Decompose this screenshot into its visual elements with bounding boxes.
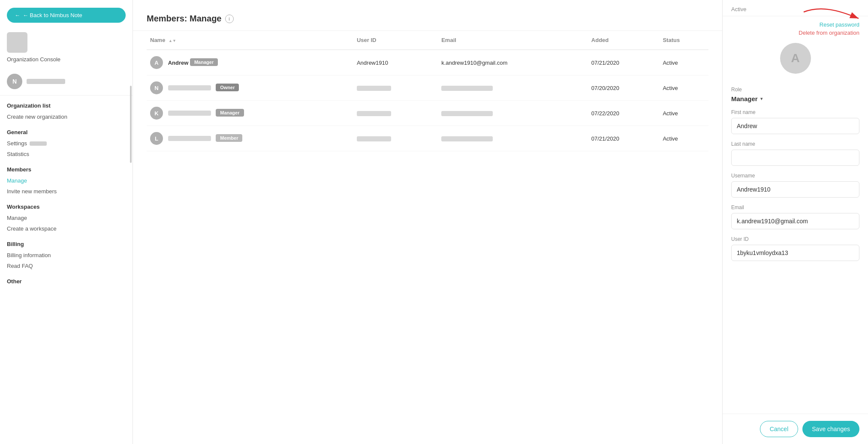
sidebar-item-create-workspace[interactable]: Create a workspace [7,223,126,234]
section-title-org-list: Organization list [7,102,126,109]
section-title-workspaces: Workspaces [7,204,126,210]
chevron-down-icon[interactable]: ▾ [760,96,763,102]
member-name: Andrew [168,60,189,66]
email-input[interactable] [731,213,859,229]
title-text: Members: Manage [147,14,222,24]
members-table: Name ▲▼ User ID Email Added Status A And… [147,31,708,151]
sidebar-scrollbar[interactable] [130,86,132,163]
info-icon[interactable]: i [225,15,234,23]
sidebar-item-settings[interactable]: Settings [7,138,27,149]
org-logo [7,32,27,53]
last-name-label: Last name [731,141,859,147]
role-value: Manager [731,95,758,102]
status-cell: Active [659,126,708,151]
save-changes-button[interactable]: Save changes [802,421,859,437]
col-status: Status [659,31,708,50]
back-button-label: ← Back to Nimbus Note [23,12,82,18]
email-cell [438,126,588,151]
panel-body: Role Manager ▾ First name Last name User… [723,87,868,414]
role-badge: Manager [190,58,218,66]
sidebar-section-org-list: Organization list Create new organizatio… [0,97,133,124]
main-content: Members: Manage i Name ▲▼ User ID Email … [133,0,722,444]
role-badge: Owner [216,84,239,91]
avatar: L [150,132,163,145]
main-header: Members: Manage i [133,0,722,31]
added-cell: 07/20/2020 [588,75,660,101]
section-title-general: General [7,129,126,135]
role-select-row[interactable]: Manager ▾ [731,95,859,102]
settings-badge [30,141,47,146]
sidebar-section-billing: Billing Billing information Read FAQ [0,236,133,273]
user-id-label: User ID [731,236,859,242]
user-id-cell [353,101,438,126]
sidebar-section-other: Other [0,273,133,289]
email-cell: k.andrew1910@gmail.com [438,50,588,75]
back-to-nimbus-button[interactable]: ← ← Back to Nimbus Note [7,8,126,23]
sidebar-item-invite-members[interactable]: Invite new members [7,186,126,197]
first-name-input[interactable] [731,118,859,134]
user-name-blurred [27,79,65,84]
status-cell: Active [659,50,708,75]
username-field-group: Username [731,173,859,198]
col-userid: User ID [353,31,438,50]
added-cell: 07/21/2020 [588,50,660,75]
cancel-button[interactable]: Cancel [760,421,799,437]
sidebar-section-workspaces: Workspaces Manage Create a workspace [0,198,133,236]
section-title-billing: Billing [7,241,126,247]
section-title-other: Other [7,278,126,285]
table-row[interactable]: N Owner 07/20/2020 Active [147,75,708,101]
email-field-group: Email [731,204,859,229]
panel-avatar: A [780,43,811,74]
status-cell: Active [659,75,708,101]
members-table-container: Name ▲▼ User ID Email Added Status A And… [133,31,722,444]
role-field-group: Role Manager ▾ [731,87,859,102]
username-label: Username [731,173,859,179]
delete-from-org-link[interactable]: Delete from organization [799,30,859,36]
red-arrow-icon [795,3,864,25]
member-name-blurred [168,136,211,141]
last-name-field-group: Last name [731,141,859,166]
sidebar: ← ← Back to Nimbus Note Organization Con… [0,0,133,444]
email-cell [438,101,588,126]
back-arrow-icon: ← [15,12,20,18]
panel-avatar-section: A [723,43,868,87]
sidebar-item-billing-info[interactable]: Billing information [7,250,126,261]
member-name-cell: K Manager [147,101,353,126]
sidebar-item-statistics[interactable]: Statistics [7,149,126,159]
user-row: N [0,69,133,93]
username-input[interactable] [731,181,859,198]
email-label: Email [731,204,859,210]
sidebar-section-general: General Settings Statistics [0,124,133,161]
panel-footer: Cancel Save changes [723,414,868,444]
sidebar-item-manage-workspaces[interactable]: Manage [7,213,126,223]
user-id-field-group: User ID [731,236,859,261]
user-id-cell [353,75,438,101]
panel-actions-area: Reset password Delete from organization [723,16,868,43]
sidebar-section-members: Members Manage Invite new members [0,161,133,198]
avatar: N [150,81,163,94]
sidebar-item-read-faq[interactable]: Read FAQ [7,261,126,271]
table-row[interactable]: A Andrew Manager Andrew1910 k.andrew1910… [147,50,708,75]
sort-icon[interactable]: ▲▼ [169,39,176,43]
sidebar-item-manage-members[interactable]: Manage [7,175,126,186]
org-label: Organization Console [7,56,126,63]
avatar: N [7,74,22,89]
col-name: Name ▲▼ [147,31,353,50]
col-added: Added [588,31,660,50]
role-badge: Member [216,134,242,142]
section-title-members: Members [7,166,126,173]
avatar: K [150,107,163,120]
table-row[interactable]: L Member 07/21/2020 Active [147,126,708,151]
table-row[interactable]: K Manager 07/22/2020 Active [147,101,708,126]
member-name-blurred [168,111,211,116]
last-name-input[interactable] [731,150,859,166]
page-title: Members: Manage i [147,14,708,24]
role-badge: Manager [216,109,244,117]
status-cell: Active [659,101,708,126]
sidebar-item-create-org[interactable]: Create new organization [7,111,126,122]
active-label: Active [731,6,746,12]
col-email: Email [438,31,588,50]
user-id-cell: Andrew1910 [353,50,438,75]
user-id-input[interactable] [731,245,859,261]
first-name-field-group: First name [731,109,859,134]
